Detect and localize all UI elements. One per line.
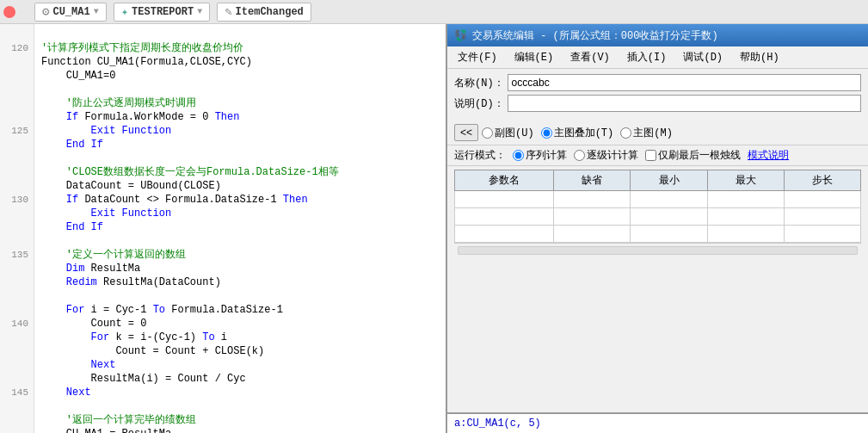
cell	[554, 191, 631, 208]
output-bar: a:CU_MA1(c, 5)	[447, 412, 868, 433]
col-default: 缺省	[554, 170, 631, 191]
cell	[707, 226, 784, 243]
chart-type-radios: 副图(U) 主图叠加(T) 主图(M)	[482, 126, 673, 140]
report-arrow[interactable]: ▼	[197, 7, 202, 16]
name-input[interactable]	[508, 74, 861, 91]
menu-edit[interactable]: 编辑(E)	[508, 48, 561, 66]
col-max: 最大	[707, 170, 784, 191]
run-mode-label: 运行模式：	[454, 148, 506, 163]
col-step: 步长	[784, 170, 860, 191]
code-content[interactable]: '计算序列模式下指定周期长度的收盘价均价 Function CU_MA1(For…	[34, 24, 446, 433]
dialog-title-icon: 💱	[454, 29, 467, 42]
col-min: 最小	[631, 170, 707, 191]
menu-bar: 文件(F) 编辑(E) 查看(V) 插入(I) 调试(D) 帮助(H)	[447, 46, 868, 69]
title-report-segment: ✦ TESTREPORT ▼	[114, 3, 210, 22]
radio-main-chart[interactable]: 主图(M)	[620, 126, 673, 140]
code-area[interactable]: 120 125 130 135	[0, 24, 446, 433]
scroll-track[interactable]	[458, 246, 858, 255]
menu-file[interactable]: 文件(F)	[451, 48, 504, 66]
cell	[631, 208, 707, 226]
toolbar-row: << 副图(U) 主图叠加(T) 主图(M)	[447, 121, 868, 145]
title-cu-segment: ⚙ CU_MA1 ▼	[34, 3, 107, 22]
cell	[784, 191, 860, 208]
cell	[631, 191, 707, 208]
cell	[784, 226, 860, 243]
dialog-title-text: 交易系统编辑 - (所属公式组：000收益打分定手数)	[472, 28, 718, 43]
name-row: 名称(N)：	[454, 74, 861, 91]
col-param-name: 参数名	[455, 170, 554, 191]
params-section: 参数名 缺省 最小 最大 步长	[447, 166, 868, 412]
run-mode-row: 运行模式： 序列计算 逐级计计算 仅刷最后一根烛线 模式说明	[447, 145, 868, 166]
form-area: 名称(N)： 说明(D)：	[447, 69, 868, 121]
code-panel: 120 125 130 135	[0, 24, 447, 433]
radio-sequential[interactable]: 序列计算	[513, 148, 567, 163]
title-changed-segment: ✎ ItemChanged	[217, 3, 311, 22]
radio-gradual[interactable]: 逐级计计算	[574, 148, 638, 163]
cell	[455, 226, 554, 243]
horizontal-scrollbar[interactable]	[454, 243, 861, 257]
name-label: 名称(N)：	[454, 76, 504, 90]
changed-label: ItemChanged	[236, 6, 304, 18]
close-btn[interactable]	[3, 6, 15, 18]
desc-label: 说明(D)：	[454, 96, 504, 111]
cu-label: CU_MA1	[52, 6, 89, 18]
menu-help[interactable]: 帮助(H)	[733, 48, 786, 66]
cu-arrow[interactable]: ▼	[94, 7, 99, 16]
cell	[455, 208, 554, 226]
desc-input[interactable]	[508, 95, 861, 112]
cell	[631, 226, 707, 243]
line-numbers: 120 125 130 135	[0, 24, 34, 433]
table-row	[455, 226, 861, 243]
menu-insert[interactable]: 插入(I)	[620, 48, 674, 66]
title-bar: ⚙ CU_MA1 ▼ ✦ TESTREPORT ▼ ✎ ItemChanged	[0, 0, 868, 24]
menu-debug[interactable]: 调试(D)	[676, 48, 729, 66]
radio-last-only[interactable]: 仅刷最后一根烛线	[645, 148, 741, 163]
changed-icon: ✎	[225, 4, 231, 19]
mode-description-link[interactable]: 模式说明	[748, 148, 789, 163]
right-panel: 💱 交易系统编辑 - (所属公式组：000收益打分定手数) 文件(F) 编辑(E…	[447, 24, 868, 433]
table-row	[455, 191, 861, 208]
table-row	[455, 208, 861, 226]
cell	[554, 226, 631, 243]
cell	[784, 208, 860, 226]
desc-row: 说明(D)：	[454, 95, 861, 112]
collapse-button[interactable]: <<	[454, 124, 478, 141]
cell	[455, 191, 554, 208]
dialog-titlebar: 💱 交易系统编辑 - (所属公式组：000收益打分定手数)	[447, 24, 868, 46]
params-table: 参数名 缺省 最小 最大 步长	[454, 170, 861, 243]
menu-view[interactable]: 查看(V)	[563, 48, 617, 66]
cell	[707, 191, 784, 208]
main-layout: 120 125 130 135	[0, 24, 868, 433]
radio-sub-chart[interactable]: 副图(U)	[482, 126, 534, 140]
report-label: TESTREPORT	[132, 6, 194, 18]
cu-icon: ⚙	[42, 4, 49, 19]
cell	[707, 208, 784, 226]
cell	[554, 208, 631, 226]
output-text: a:CU_MA1(c, 5)	[454, 418, 541, 430]
radio-overlay[interactable]: 主图叠加(T)	[541, 126, 614, 140]
report-icon: ✦	[121, 4, 128, 19]
